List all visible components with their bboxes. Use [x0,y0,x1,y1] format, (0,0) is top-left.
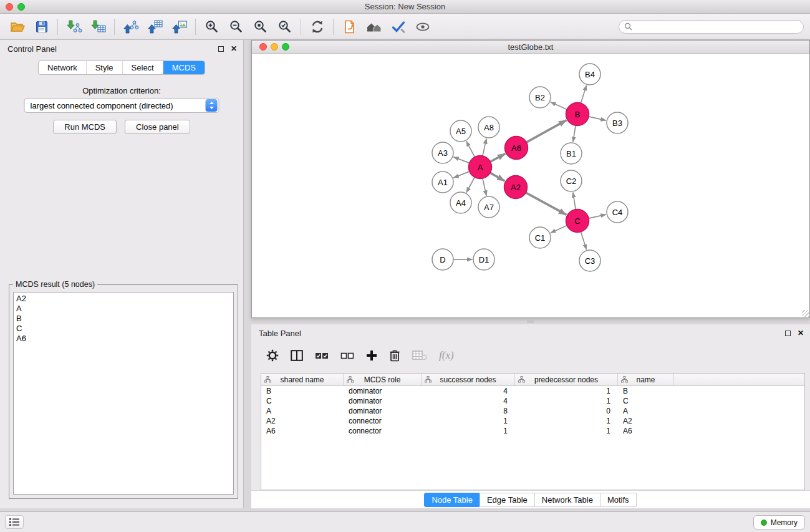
network-canvas[interactable]: B4B2BB3A5A8A6B1A3AC2A1A2A4A7C4CC1C3DD1 [252,54,809,317]
apply-style-button[interactable] [386,16,410,37]
column-header-name[interactable]: name [618,374,674,385]
graph-edge-B-B4[interactable] [581,85,587,104]
home-networks-button[interactable] [362,16,386,37]
graph-node-A3[interactable]: A3 [432,142,453,163]
graph-edge-C-C4[interactable] [589,215,606,218]
zoom-fit-button[interactable] [248,16,272,37]
graph-edge-A-A7[interactable] [483,178,486,196]
table-row[interactable]: Bdominator41B [261,386,804,396]
graph-edge-A-A5[interactable] [466,141,475,157]
mcds-result-item[interactable]: A6 [14,334,233,344]
graph-node-A6[interactable]: A6 [505,137,528,160]
graph-edge-A-A3[interactable] [453,157,469,163]
graph-node-A1[interactable]: A1 [432,172,453,193]
tab-mcds[interactable]: MCDS [163,61,205,74]
table-row[interactable]: Adominator80A [261,406,804,416]
graph-node-A8[interactable]: A8 [478,117,499,138]
panel-list-button[interactable] [5,515,24,529]
tab-network-table[interactable]: Network Table [534,493,600,507]
graph-edge-A-A6[interactable] [490,153,505,162]
memory-button[interactable]: Memory [753,515,805,530]
graph-edge-C-C2[interactable] [573,192,576,209]
zoom-selected-button[interactable] [272,16,297,37]
mcds-result-item[interactable]: A [14,304,233,314]
delete-column-button[interactable] [389,349,400,362]
table-row[interactable]: A2connector11A2 [261,416,804,426]
delete-table-button[interactable] [412,350,427,361]
optimization-criterion-select[interactable]: largest connected component (directed) [24,98,219,113]
search-input[interactable] [635,22,798,31]
refresh-button[interactable] [305,16,329,37]
show-details-button[interactable] [410,16,435,37]
graph-node-B1[interactable]: B1 [561,143,582,164]
splitter-handle[interactable] [527,320,534,323]
float-table-panel-icon[interactable] [785,331,791,336]
column-header-mcds-role[interactable]: MCDS role [344,374,422,385]
graph-edge-B-B3[interactable] [589,117,606,120]
column-header-shared-name[interactable]: shared name [261,374,344,385]
graph-node-B[interactable]: B [566,103,589,126]
column-header-successor-nodes[interactable]: successor nodes [422,374,515,385]
deselect-all-button[interactable] [340,351,354,360]
function-builder-button[interactable]: f(x) [439,349,454,362]
graph-node-C1[interactable]: C1 [529,227,551,248]
select-all-button[interactable] [315,351,329,360]
graph-edge-A2-C[interactable] [526,193,566,215]
mcds-result-item[interactable]: A2 [14,294,233,304]
save-session-button[interactable] [29,16,54,37]
zoom-in-button[interactable] [200,16,224,37]
graph-node-C[interactable]: C [566,210,589,233]
table-row[interactable]: Cdominator41C [261,396,804,406]
graph-node-A[interactable]: A [469,156,492,179]
tab-motifs[interactable]: Motifs [600,493,637,507]
tab-style[interactable]: Style [86,61,122,74]
mcds-result-item[interactable]: B [14,314,233,324]
import-table-button[interactable] [86,16,110,37]
graph-edge-A6-B[interactable] [526,120,566,142]
export-image-button[interactable] [167,16,191,37]
graph-edge-C-C1[interactable] [551,226,567,233]
graph-edge-A-A4[interactable] [466,177,475,192]
graph-edge-A-A1[interactable] [453,172,470,178]
tab-node-table[interactable]: Node Table [424,493,480,507]
graph-node-A5[interactable]: A5 [450,120,471,142]
mcds-result-list[interactable]: A2ABCA6 [13,292,234,495]
graph-node-A7[interactable]: A7 [478,196,499,218]
mcds-result-item[interactable]: C [14,324,233,334]
resize-handle[interactable] [802,310,809,317]
export-network-button[interactable] [118,16,143,37]
search-field[interactable] [619,20,804,34]
export-table-button[interactable] [143,16,167,37]
graph-edge-A-A2[interactable] [490,173,504,181]
graph-node-C2[interactable]: C2 [561,170,582,191]
document-arrow-button[interactable] [337,16,362,37]
float-panel-icon[interactable] [218,46,224,52]
graph-edge-B-B2[interactable] [551,102,567,110]
table-row[interactable]: A6connector11A6 [261,426,804,436]
graph-node-D1[interactable]: D1 [473,249,494,270]
graph-node-A4[interactable]: A4 [450,192,471,213]
tab-edge-table[interactable]: Edge Table [480,493,535,507]
graph-node-D[interactable]: D [432,249,453,270]
graph-node-C4[interactable]: C4 [607,201,628,223]
graph-node-B3[interactable]: B3 [607,112,628,133]
graph-node-C3[interactable]: C3 [579,250,600,271]
graph-node-A2[interactable]: A2 [504,176,528,199]
add-column-button[interactable] [366,350,377,361]
graph-edge-B-B1[interactable] [573,125,576,142]
graph-edge-A-A8[interactable] [483,138,486,156]
run-mcds-button[interactable]: Run MCDS [53,120,117,134]
table-options-button[interactable] [266,349,279,362]
graph-node-B2[interactable]: B2 [529,87,551,108]
column-header-predecessor-nodes[interactable]: predecessor nodes [515,374,618,385]
tab-network[interactable]: Network [39,61,86,74]
zoom-out-button[interactable] [224,16,248,37]
open-session-button[interactable] [5,16,29,37]
close-panel-icon[interactable]: ✕ [231,45,237,52]
graph-edge-C-C3[interactable] [581,232,587,250]
import-network-button[interactable] [62,16,86,37]
graph-node-B4[interactable]: B4 [579,64,600,85]
tab-select[interactable]: Select [122,61,163,74]
show-columns-button[interactable] [291,350,303,361]
close-table-panel-icon[interactable]: ✕ [798,329,804,337]
